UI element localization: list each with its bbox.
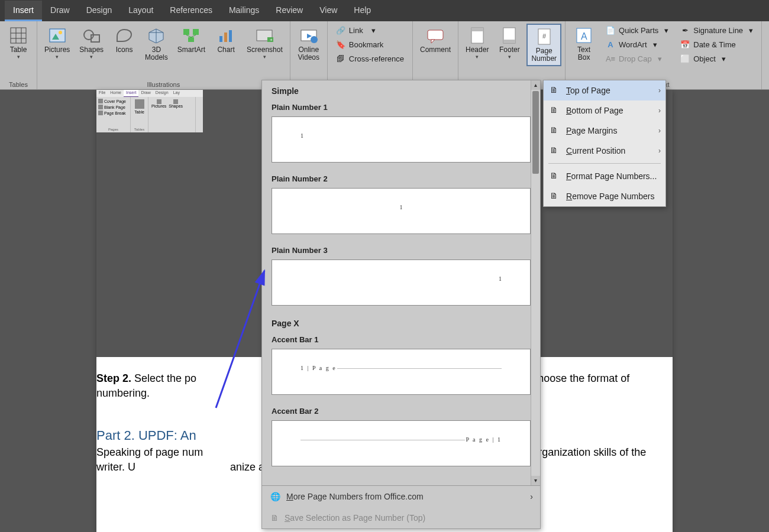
step-label: Step 2. xyxy=(96,372,131,384)
object-label: Object xyxy=(693,54,716,63)
format-icon: 🗎 xyxy=(550,171,560,181)
quickparts-icon: 📄 xyxy=(606,25,615,35)
page-number-icon: # xyxy=(535,27,554,46)
scroll-down-arrow[interactable]: ▾ xyxy=(531,476,540,485)
save-icon: 🗎 xyxy=(270,513,279,523)
menu-format-page-numbers[interactable]: 🗎Format Page Numbers... xyxy=(544,166,665,186)
pictures-icon xyxy=(48,26,67,45)
text-box-button[interactable]: AText Box xyxy=(569,24,599,64)
svg-rect-20 xyxy=(229,30,232,42)
screenshot-button[interactable]: +Screenshot▾ xyxy=(243,24,286,62)
svg-text:A: A xyxy=(581,31,587,41)
icons-button[interactable]: Icons xyxy=(109,24,139,56)
quick-parts-button[interactable]: 📄Quick Parts▾ xyxy=(601,24,673,37)
table-button[interactable]: Table ▾ xyxy=(4,24,33,62)
svg-line-17 xyxy=(191,35,196,37)
menu-bottom-of-page[interactable]: 🗎Bottom of Page› xyxy=(544,100,665,121)
gallery-category-pagex: Page X xyxy=(262,313,540,330)
menu-top-of-page[interactable]: 🗎Top of Page› xyxy=(544,80,665,100)
menu-current-position[interactable]: 🗎Current Position› xyxy=(544,141,665,161)
chart-button[interactable]: Chart xyxy=(211,24,241,56)
tab-design[interactable]: Design xyxy=(78,1,121,21)
link-button[interactable]: 🔗Link ▾ xyxy=(331,24,409,37)
gallery-label-accent2: Accent Bar 2 xyxy=(262,402,540,418)
video-icon xyxy=(299,26,318,45)
bookmark-button[interactable]: 🔖Bookmark xyxy=(331,38,409,51)
mini-tab-home: Home xyxy=(108,90,124,97)
chart-icon xyxy=(217,26,235,45)
more-page-numbers[interactable]: 🌐More Page Numbers from Office.com› xyxy=(262,486,540,507)
remove-icon: 🗎 xyxy=(550,191,560,202)
shapes-icon xyxy=(82,26,101,45)
gallery-category-simple: Simple xyxy=(262,80,540,98)
gallery-item-plain1[interactable]: 1 xyxy=(272,116,531,163)
gallery-item-plain3[interactable]: 1 xyxy=(272,259,531,306)
page-number-gallery: Simple Plain Number 1 1 Plain Number 2 1… xyxy=(261,80,541,529)
date-time-button[interactable]: 📅Date & Time xyxy=(676,38,758,51)
gallery-scrollbar[interactable]: ▴ ▾ xyxy=(531,80,540,485)
scroll-thumb[interactable] xyxy=(532,91,539,174)
group-tables-label: Tables xyxy=(4,80,33,88)
comment-button[interactable]: Comment xyxy=(416,24,454,56)
scroll-up-arrow[interactable]: ▴ xyxy=(531,80,540,90)
svg-rect-0 xyxy=(11,28,26,43)
footer-button[interactable]: Footer▾ xyxy=(495,24,524,62)
table-icon xyxy=(9,26,28,45)
tab-layout[interactable]: Layout xyxy=(120,1,161,21)
tab-view[interactable]: View xyxy=(311,1,345,21)
page-icon: 🗎 xyxy=(550,125,560,136)
models-label: 3D Models xyxy=(145,46,168,61)
comment-label: Comment xyxy=(420,46,451,54)
drop-cap-button[interactable]: A≡Drop Cap▾ xyxy=(601,52,673,65)
header-icon xyxy=(468,26,487,45)
para-1: Speaking of page num xyxy=(96,446,203,458)
chart-label: Chart xyxy=(217,46,234,54)
mini-tab-insert: Insert xyxy=(124,90,139,97)
page-number-menu: 🗎Top of Page› 🗎Bottom of Page› 🗎Page Mar… xyxy=(543,80,666,207)
tab-help[interactable]: Help xyxy=(345,1,379,21)
save-label: ave Selection as Page Number (Top) xyxy=(290,513,425,523)
mini-pages-label: Pages xyxy=(98,128,128,131)
page-number-button[interactable]: #Page Number xyxy=(526,24,561,66)
gallery-label-plain3: Plain Number 3 xyxy=(262,241,540,257)
link-label: Link xyxy=(349,26,363,35)
svg-rect-15 xyxy=(188,37,194,42)
smartart-button[interactable]: SmartArt xyxy=(174,24,209,56)
svg-rect-32 xyxy=(503,40,515,43)
menu-remove-page-numbers[interactable]: 🗎Remove Page Numbers xyxy=(544,186,665,206)
gallery-item-plain2[interactable]: 1 xyxy=(272,188,531,234)
online-videos-button[interactable]: Online Videos xyxy=(294,24,324,64)
header-button[interactable]: Header▾ xyxy=(462,24,492,62)
mini-table: Table xyxy=(134,110,144,114)
wordart-label: WordArt xyxy=(619,40,647,49)
gallery-item-accent1[interactable]: 1 | P a g e xyxy=(272,349,531,395)
object-button[interactable]: ⬜Object▾ xyxy=(676,52,758,65)
page-icon: 🗎 xyxy=(550,85,560,96)
tab-draw[interactable]: Draw xyxy=(42,1,78,21)
crossref-label: Cross-reference xyxy=(349,54,404,63)
svg-point-26 xyxy=(311,36,318,43)
menu-top-label: op of Page xyxy=(570,86,610,95)
cross-reference-button[interactable]: 🗐Cross-reference xyxy=(331,52,409,65)
signature-line-button[interactable]: ✒Signature Line▾ xyxy=(676,24,758,37)
shapes-button[interactable]: Shapes▾ xyxy=(76,24,107,62)
screenshot-label: Screenshot xyxy=(247,46,283,54)
3d-models-button[interactable]: 3D Models xyxy=(141,24,172,64)
tab-review[interactable]: Review xyxy=(267,1,311,21)
cube-icon xyxy=(147,26,166,45)
tab-references[interactable]: References xyxy=(161,1,221,21)
pictures-button[interactable]: Pictures▾ xyxy=(41,24,73,62)
menu-page-margins[interactable]: 🗎Page Margins› xyxy=(544,121,665,141)
chevron-down-icon: ▾ xyxy=(17,54,20,60)
svg-text:#: # xyxy=(542,33,547,40)
quickparts-label: Quick Parts xyxy=(619,26,658,35)
tab-insert[interactable]: Insert xyxy=(5,1,42,21)
datetime-icon: 📅 xyxy=(680,40,690,49)
svg-marker-28 xyxy=(431,40,435,43)
smartart-label: SmartArt xyxy=(177,46,205,54)
gallery-item-accent2[interactable]: P a g e | 1 xyxy=(272,420,531,466)
chevron-right-icon: › xyxy=(658,86,661,95)
tab-mailings[interactable]: Mailings xyxy=(221,1,267,21)
footer-icon xyxy=(500,26,519,45)
wordart-button[interactable]: AWordArt▾ xyxy=(601,38,673,51)
